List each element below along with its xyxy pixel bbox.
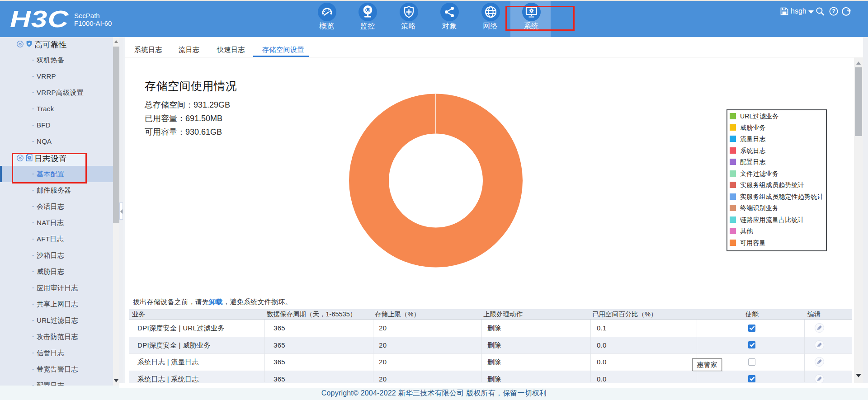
svg-text:?: ? xyxy=(832,8,835,14)
